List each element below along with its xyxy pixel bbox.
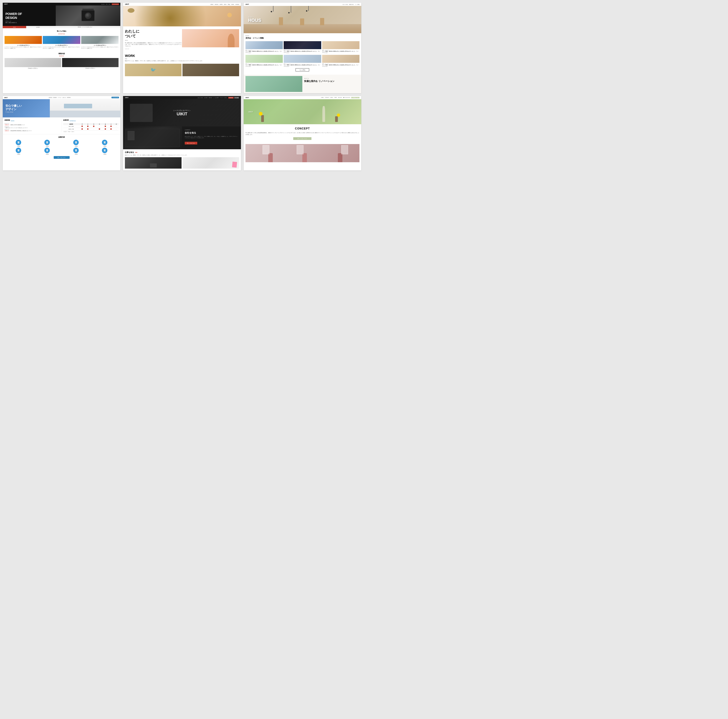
reno-tag: ABOUT US (304, 78, 358, 79)
nav5-5[interactable]: プロダクトを知る (220, 97, 227, 98)
about-body: 常に顧客を第一に考える高品質製品開発を、最高のテクノロジーと知識を融合させてプロ… (125, 42, 182, 47)
card4-more-btn[interactable]: 詳しくはこちら (54, 156, 70, 159)
schedule-table: 診療時間 月 火 水 木 金 土 日 9:00 - 12:00 (63, 123, 119, 131)
dot-tue-am (87, 125, 89, 127)
nav-works[interactable]: works (220, 4, 222, 5)
dot-thu-pm (99, 129, 100, 130)
nav-strip-about[interactable]: 会社案内 (26, 26, 50, 28)
mirror-3 (341, 145, 348, 154)
card1-title: POWER OFDESIGN (5, 12, 22, 20)
card6-concept-section: CONCEPT 常に顧客を第一に考える高品質製品開発を、最高のテクノロジーとプロ… (244, 124, 361, 142)
event-img-6 (322, 55, 359, 63)
concept-btn[interactable]: 詳しくはこちら (293, 137, 312, 140)
nav-recruit[interactable]: 採用情報 (67, 97, 70, 98)
job-title: 仕事を知る (125, 151, 134, 154)
treat-icon-1: 🦷 (16, 140, 21, 145)
nav-doctor[interactable]: 医師案内 (53, 97, 57, 98)
strength-text-1: ビジネスニーズに応えるカスタマイズデザインを提供します。独自のプロセスとプロダク… (5, 46, 42, 49)
ev-title-6: リノベ事例：国内外の事例を交えた高品質な見学会を行いました。リノベーション (322, 64, 359, 67)
card3-nav: UIKIT 住まいを知る 建築を知る リノベ事例 (244, 3, 361, 6)
nav5-1[interactable]: あなたを知る (198, 97, 203, 98)
mirror-1 (263, 145, 269, 154)
nav-news[interactable]: news (231, 4, 234, 5)
services-sub: SERVICE (5, 55, 119, 57)
nav6-staff[interactable]: STAFF (334, 97, 337, 98)
schedule-title: 診療時間 (63, 119, 69, 121)
nav6-reserve-btn[interactable]: ご予約はこちら (351, 97, 359, 98)
card4-treatment-section: 診療内容 🦷 一般歯科 🦷 一般歯科 🦷 一般歯科 🦷 一般歯科 (3, 134, 120, 162)
nav-about[interactable]: about (210, 4, 213, 5)
card-portfolio: UIKIT about service works price blog new… (123, 3, 241, 93)
nav-blog[interactable]: blog (228, 4, 230, 5)
hero-title: UIKIT (173, 112, 191, 116)
nav-access[interactable]: アクセス (58, 97, 61, 98)
nav6-menu[interactable]: MENU (330, 97, 333, 98)
dot-wed-pm: - (91, 128, 96, 131)
card3-more-btn[interactable]: もっと見る (295, 68, 309, 72)
job-grid (125, 157, 239, 168)
company-title: 会社を知る (185, 131, 238, 135)
event-item-5: 新築 オンライン リノベ事例：国内外の事例を交えた高品質な見学会を行いました。リ… (284, 55, 321, 67)
card6-nav: UIKIT HOME CONCEPT MENU STAFF ACCESS ☎ 0… (244, 96, 361, 99)
service-item-2: プロダクトデザイン (62, 58, 119, 69)
news-row-2: 2020.01.01 ○○医院ではオンラインメッセージのれむることについて (5, 126, 60, 129)
strength-img-1 (5, 36, 42, 44)
card1-camera-graphic (56, 5, 121, 26)
job-img-1 (125, 157, 182, 168)
event-img-2 (284, 41, 321, 49)
card4-phone[interactable]: 03-1234-5678 (112, 97, 119, 98)
sch-col-sat: 土 (108, 123, 114, 125)
card5-hero-text: ニーズに応えるデザイン UIKIT (173, 109, 191, 116)
company-btn[interactable]: 詳しくはこちら (185, 142, 197, 144)
service-label-2: プロダクトデザイン (62, 67, 119, 69)
work-title: WORK (125, 54, 239, 58)
nav-link-1[interactable]: 住まいを知る (343, 4, 348, 5)
about-title: わたしについて (125, 29, 182, 39)
nav-link-2[interactable]: 建築を知る (349, 4, 354, 5)
company-body: あなたが今もこうに、デザインを通じにこに、デザイン開発をします。また、そのはここ… (185, 136, 238, 139)
card1-strengths-section: 私たちの強み ADVANTAGE ニーズに応えるデザイン ビジネスニーズに応える… (3, 28, 120, 52)
nav-service[interactable]: service (215, 4, 219, 5)
treat-3: 🦷 一般歯科 (62, 140, 90, 147)
nav-strip-service[interactable]: 製品紹介・サービスのお知らせなど (50, 26, 121, 28)
nav5-4[interactable]: よくある質問 (213, 97, 219, 98)
nav5-3[interactable]: 事業内容 (209, 97, 212, 98)
ev-title-3: リノベ事例：国内外の事例を交えた高品質な見学会を行いました。リノベーション (322, 51, 359, 54)
company-tag: COMPANY (185, 129, 238, 131)
nav-strip-news[interactable]: NEWS (3, 26, 26, 28)
nav-contact[interactable]: contact (236, 4, 239, 5)
nav6-concept[interactable]: CONCEPT (325, 97, 329, 98)
nav6-access[interactable]: ACCESS (338, 97, 342, 98)
salon-img (245, 144, 359, 162)
treat-label-6: 一般歯科 (33, 154, 61, 155)
card5-nav-badges: 新着情報 求人情報 (228, 97, 239, 98)
card3-event-section: EVENT 見学会・イベント情報 新築 オンライン リノベ事例：国内外の事例を交… (244, 33, 361, 75)
nav-treat[interactable]: 診療内容 (49, 97, 52, 98)
card4-logo: UIKIT (4, 97, 8, 98)
mirror-2 (297, 145, 303, 154)
treat-icon-8: 🦷 (102, 148, 107, 153)
event-img-3 (322, 41, 359, 49)
service-img-1 (5, 58, 61, 67)
card4-nav: UIKIT 診療内容 医師案内 アクセス お知らせ 採用情報 03-1234-5… (3, 96, 120, 99)
dot-tue-pm (87, 129, 89, 130)
flower-stem-1 (261, 115, 264, 122)
treat-icon-3: 🦷 (73, 140, 79, 145)
dot-sat-pm (110, 129, 112, 130)
job-img-2 (182, 157, 239, 168)
strength-label-1: ニーズに応えるデザイン (5, 44, 42, 46)
read-more-link[interactable]: read more (125, 48, 182, 49)
nav6-home[interactable]: HOME (321, 97, 324, 98)
card-beauty-salon: UIKIT HOME CONCEPT MENU STAFF ACCESS ☎ 0… (244, 96, 361, 170)
nav-link-3[interactable]: リノベ事例 (355, 4, 359, 5)
card3-nav-links: 住まいを知る 建築を知る リノベ事例 (343, 4, 359, 5)
card1-nav: UIKIT 製品案内 事業・実績 お問い合わせ (3, 3, 120, 5)
nav-info[interactable]: お知らせ (62, 97, 66, 98)
card-industrial: UIKIT あなたを知る 会社案内 事業内容 よくある質問 プロダクトを知る 新… (123, 96, 241, 170)
sch-col-fri: 金 (102, 123, 108, 125)
nav-price[interactable]: price (224, 4, 226, 5)
event-item-1: 新築 オンライン リノベ事例：国内外の事例を交えた高品質な見学会を行いました。リ… (245, 41, 283, 54)
nav5-2[interactable]: 会社案内 (204, 97, 208, 98)
event-img-4 (245, 55, 283, 63)
card1-cta-btn[interactable]: お問い合わせ (112, 3, 119, 5)
